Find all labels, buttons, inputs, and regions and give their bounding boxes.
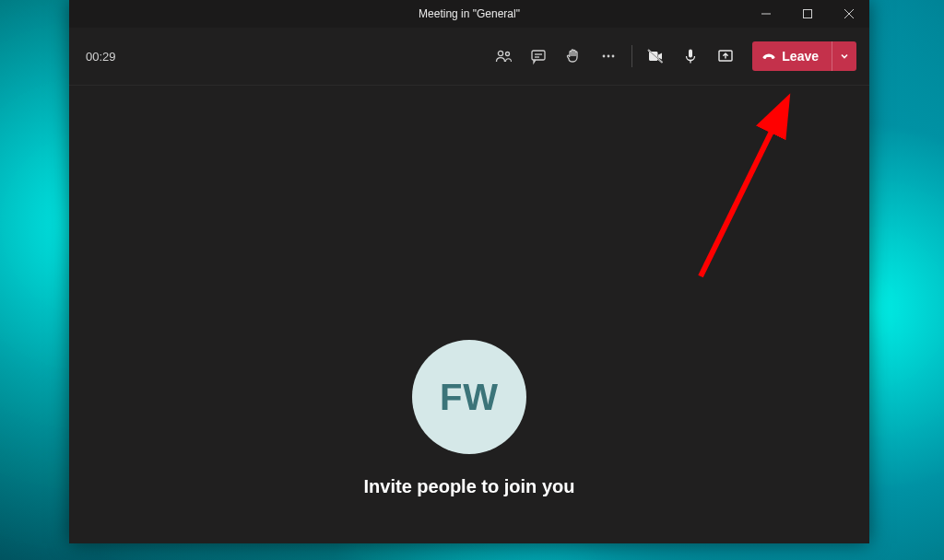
window-controls: [745, 0, 869, 28]
more-actions-button[interactable]: [591, 39, 626, 74]
mic-toggle-button[interactable]: [673, 39, 708, 74]
share-screen-button[interactable]: [708, 39, 743, 74]
window-title: Meeting in "General": [419, 7, 520, 20]
share-tray-icon: [716, 47, 735, 65]
camera-off-icon: [646, 47, 665, 65]
maximize-button[interactable]: [786, 0, 828, 28]
teams-meeting-window: Meeting in "General" 00:29: [69, 0, 869, 543]
participants-button[interactable]: [486, 39, 521, 74]
microphone-icon: [681, 47, 700, 65]
maximize-icon: [803, 9, 812, 18]
meeting-stage: FW Invite people to join you: [69, 86, 869, 543]
chat-icon: [529, 47, 548, 65]
toolbar-separator: [631, 45, 632, 67]
svg-point-5: [506, 52, 510, 56]
leave-button[interactable]: Leave: [752, 41, 832, 71]
participant-avatar: FW: [412, 340, 526, 454]
minimize-button[interactable]: [745, 0, 786, 28]
titlebar: Meeting in "General": [69, 0, 869, 28]
camera-toggle-button[interactable]: [638, 39, 673, 74]
leave-label: Leave: [782, 49, 819, 64]
minimize-icon: [761, 9, 771, 18]
close-button[interactable]: [828, 0, 869, 28]
leave-split-button: Leave: [752, 41, 856, 71]
invite-message: Invite people to join you: [69, 476, 869, 497]
leave-dropdown-button[interactable]: [832, 41, 856, 71]
svg-point-11: [612, 55, 615, 58]
chat-button[interactable]: [521, 39, 556, 74]
svg-point-9: [603, 55, 606, 58]
svg-rect-14: [689, 50, 692, 58]
meeting-toolbar: 00:29: [69, 28, 869, 86]
svg-point-10: [608, 55, 610, 58]
hand-icon: [564, 47, 583, 65]
people-icon: [494, 47, 513, 65]
ellipsis-icon: [599, 47, 618, 65]
chevron-down-icon: [840, 52, 849, 61]
svg-rect-1: [803, 10, 811, 18]
close-icon: [844, 9, 854, 18]
hangup-icon: [761, 49, 776, 64]
raise-hand-button[interactable]: [556, 39, 591, 74]
call-timer: 00:29: [86, 50, 116, 64]
svg-point-4: [499, 51, 503, 55]
svg-rect-6: [532, 51, 545, 60]
avatar-initials: FW: [440, 377, 499, 418]
